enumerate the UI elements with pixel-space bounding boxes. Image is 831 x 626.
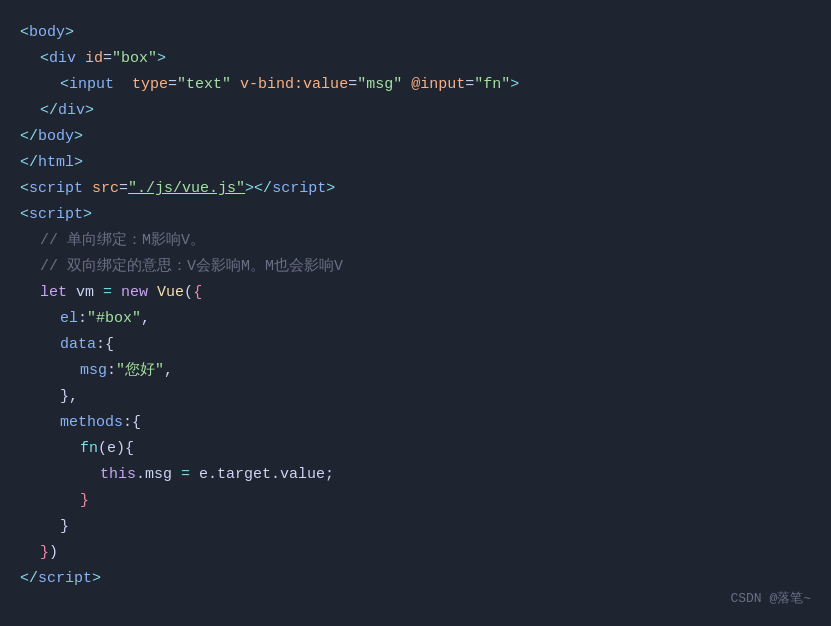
code-line: // 双向绑定的意思：V会影响M。M也会影响V [0,254,831,280]
code-line: }, [0,384,831,410]
code-line: msg:"您好", [0,358,831,384]
code-line: data:{ [0,332,831,358]
code-line: el:"#box", [0,306,831,332]
code-line: </div> [0,98,831,124]
code-line: }) [0,540,831,566]
code-line: let vm = new Vue({ [0,280,831,306]
code-line: } [0,514,831,540]
code-line: // 单向绑定：M影响V。 [0,228,831,254]
code-editor: <body><div id="box"><input type="text" v… [0,12,831,600]
code-line: </html> [0,150,831,176]
code-line: <script src="./js/vue.js"></script> [0,176,831,202]
code-line: this.msg = e.target.value; [0,462,831,488]
code-line: <div id="box"> [0,46,831,72]
code-line: methods:{ [0,410,831,436]
code-line: fn(e){ [0,436,831,462]
code-line: <input type="text" v-bind:value="msg" @i… [0,72,831,98]
watermark: CSDN @落笔~ [730,589,811,610]
code-line: <body> [0,20,831,46]
code-line: </script> [0,566,831,592]
code-line: } [0,488,831,514]
code-line: <script> [0,202,831,228]
code-line: </body> [0,124,831,150]
